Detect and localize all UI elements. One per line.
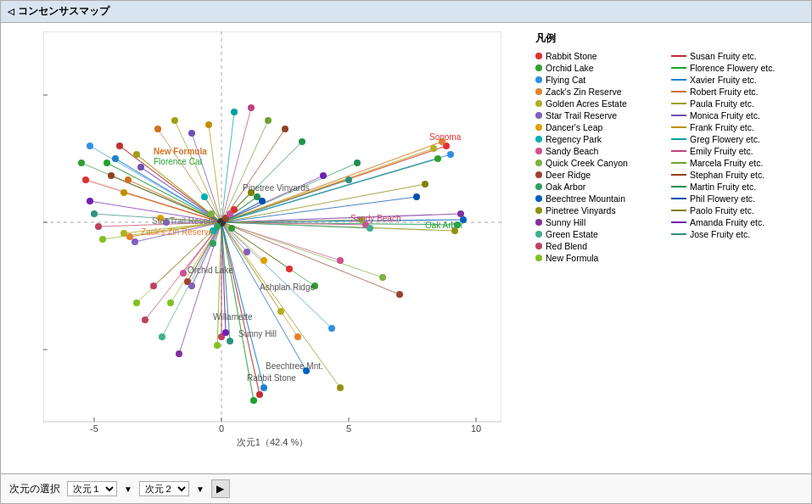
legend-item-label: Star Trail Reserve [546, 110, 617, 120]
svg-point-171 [294, 333, 301, 340]
legend-item: Sandy Beach [535, 146, 667, 156]
legend-line [671, 150, 686, 152]
legend-item: Emily Fruity etc. [671, 146, 803, 156]
legend-item-label: Greg Flowery etc. [690, 134, 760, 144]
svg-point-166 [150, 283, 157, 289]
title-icon: ◁ [8, 7, 14, 16]
svg-point-157 [379, 274, 386, 281]
legend-dot [535, 243, 542, 249]
svg-point-173 [210, 240, 216, 247]
legend-item-label: Martin Fruity etc. [690, 182, 756, 192]
svg-text:0: 0 [219, 423, 224, 434]
svg-point-179 [133, 300, 140, 306]
svg-point-111 [154, 126, 161, 132]
svg-point-168 [286, 266, 293, 272]
svg-text:次元1（42.4 %）: 次元1（42.4 %） [237, 437, 308, 447]
svg-text:Zack's Zin Reserve: Zack's Zin Reserve [141, 227, 214, 237]
legend-item-label: Sandy Beach [546, 146, 598, 156]
legend-dot [535, 219, 542, 226]
svg-point-164 [188, 283, 195, 289]
legend-item-label: Dancer's Leap [546, 122, 602, 132]
legend-line [671, 233, 686, 235]
svg-point-108 [82, 176, 89, 183]
svg-text:Rabbit Stone: Rabbit Stone [247, 373, 296, 383]
svg-point-145 [345, 176, 352, 183]
legend-item: Robert Fruity etc. [671, 87, 803, 97]
legend-item: Sunny Hill [535, 217, 667, 227]
legend-item-label: Pinetree Vinyards [546, 205, 616, 216]
svg-point-96 [116, 143, 123, 149]
legend-item: Paula Fruity etc. [671, 98, 803, 109]
svg-point-114 [205, 121, 212, 128]
next-icon: ▶ [216, 483, 224, 495]
title-bar: ◁ コンセンサスマップ [1, 1, 811, 23]
next-button[interactable]: ▶ [211, 479, 230, 498]
legend-item-label: Beechtree Mountain [546, 193, 625, 204]
svg-point-120 [126, 233, 133, 240]
dim-arrow: ▼ [124, 484, 132, 494]
chart-area: -5 0 5 10 -5 0 5 [1, 23, 531, 473]
svg-point-178 [142, 316, 148, 323]
svg-point-115 [231, 109, 238, 115]
svg-point-140 [434, 155, 441, 162]
svg-text:New Formula: New Formula [154, 147, 207, 156]
legend-line [671, 55, 686, 57]
legend-item-label: Red Blend [546, 241, 587, 251]
svg-point-141 [447, 151, 454, 158]
legend-item: New Formula [535, 253, 667, 263]
svg-point-155 [367, 225, 373, 232]
svg-point-148 [422, 181, 428, 188]
dim2-select[interactable]: 次元２ 次元１ 次元３ [139, 481, 189, 496]
svg-text:Sunny Hill: Sunny Hill [238, 329, 277, 339]
svg-text:Sandy Beach: Sandy Beach [350, 214, 401, 223]
svg-point-162 [227, 338, 233, 344]
legend-item: Martin Fruity etc. [671, 182, 803, 192]
svg-point-143 [430, 145, 437, 152]
svg-point-100 [137, 164, 144, 171]
legend-line [671, 91, 686, 92]
legend-dot [535, 100, 542, 107]
svg-point-161 [222, 329, 229, 336]
legend-item: Xavier Fruity etc. [671, 75, 803, 85]
svg-text:Star Trail Reserv...: Star Trail Reserv... [152, 216, 221, 226]
svg-point-110 [87, 143, 93, 149]
legend-item: Paolo Fruity etc. [671, 205, 803, 216]
legend-item-label: Sunny Hill [546, 217, 585, 227]
svg-point-170 [328, 325, 335, 332]
svg-point-101 [120, 189, 127, 196]
svg-text:Pinetree Vinyards: Pinetree Vinyards [243, 183, 310, 193]
svg-point-176 [176, 350, 182, 357]
page-title: コンセンサスマップ [18, 4, 109, 19]
legend-item: Monica Fruity etc. [671, 110, 803, 120]
legend-dot [535, 124, 542, 131]
svg-text:Orchid Lake: Orchid Lake [188, 266, 233, 275]
legend-item: Frank Fruity etc. [671, 122, 803, 132]
legend-item-label: Monica Fruity etc. [690, 110, 760, 120]
svg-text:Beechtree Mnt.: Beechtree Mnt. [266, 361, 323, 371]
legend-dot [535, 136, 542, 143]
legend-line [671, 186, 686, 188]
legend-item: Quick Creek Canyon [535, 158, 667, 168]
legend-dot [535, 231, 542, 238]
legend-item: Pinetree Vinyards [535, 205, 667, 216]
svg-point-122 [132, 238, 138, 245]
legend-item: Green Estate [535, 229, 667, 239]
legend-item-label: Emily Fruity etc. [690, 146, 753, 156]
legend-item: Jose Fruity etc. [671, 229, 803, 239]
svg-point-144 [320, 172, 327, 179]
legend-item-label: Rabbit Stone [546, 51, 597, 61]
legend-item-label: Flying Cat [546, 75, 585, 85]
legend-item-label: Phil Flowery etc. [690, 193, 755, 204]
legend-dot [535, 76, 542, 83]
legend-dot [535, 88, 542, 95]
legend-item-label: Regency Park [546, 134, 602, 144]
dim1-select[interactable]: 次元１ 次元２ 次元３ [67, 481, 117, 496]
svg-text:Ashplan Ridge: Ashplan Ridge [260, 283, 315, 292]
legend-item-label: Golden Acres Estate [546, 98, 627, 109]
svg-text:-5: -5 [90, 423, 98, 434]
legend-item-label: Paolo Fruity etc. [690, 205, 754, 216]
legend-item-label: Oak Arbor [546, 182, 585, 192]
legend-item-label: New Formula [546, 253, 598, 263]
legend-item-label: Jose Fruity etc. [690, 229, 750, 239]
svg-point-135 [201, 193, 208, 200]
